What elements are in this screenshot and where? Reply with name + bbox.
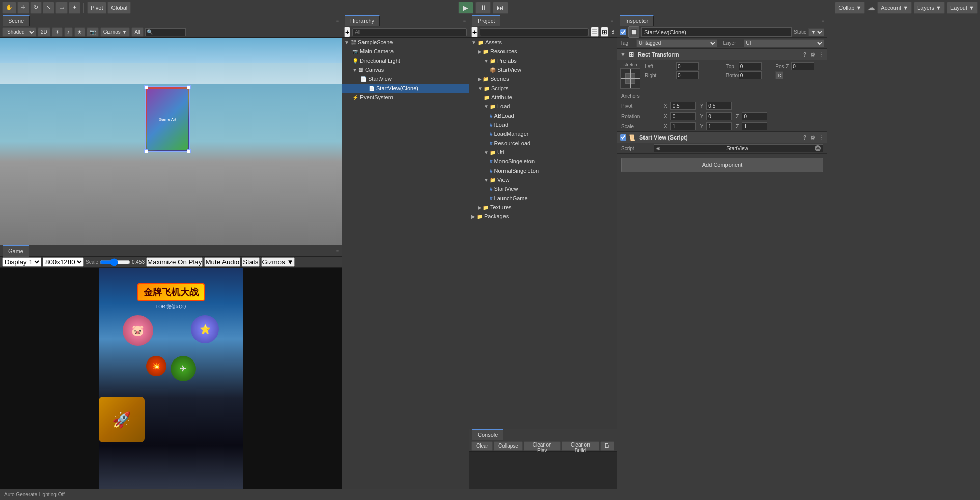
project-monosingeleton[interactable]: # MonoSingeleton (469, 157, 617, 166)
pause-btn[interactable]: ⏸ (475, 2, 491, 14)
right-input[interactable] (676, 71, 699, 79)
resolution-select[interactable]: 800x1280 (43, 257, 84, 267)
all-btn[interactable]: All (131, 27, 143, 37)
scale-y-input[interactable] (706, 122, 732, 130)
scale-z-input[interactable] (742, 122, 767, 130)
project-view[interactable]: ▼ 📁 View (469, 175, 617, 184)
scale-tool-btn[interactable]: ⤡ (43, 2, 54, 14)
project-load[interactable]: ▼ 📁 Load (469, 102, 617, 111)
static-select[interactable]: ▼ (808, 28, 824, 36)
script-overflow-btn[interactable]: ⋮ (819, 135, 824, 141)
clear-on-build-btn[interactable]: Clear on Build (562, 441, 599, 451)
add-component-btn[interactable]: Add Component (621, 158, 823, 172)
clear-on-play-btn[interactable]: Clear on Play (524, 441, 561, 451)
fx-btn[interactable]: ★ (74, 27, 85, 37)
project-resourceload[interactable]: # ResourceLoad (469, 138, 617, 148)
project-launchgame[interactable]: # LaunchGame (469, 193, 617, 203)
object-name-field[interactable] (641, 27, 792, 37)
project-scripts[interactable]: ▼ 📁 Scripts (469, 84, 617, 93)
rt-settings-btn[interactable]: ⚙ (810, 52, 815, 58)
script-active-checkbox[interactable] (620, 134, 626, 141)
gizmos-btn[interactable]: Gizmos ▼ (100, 27, 130, 37)
rect-transform-header[interactable]: ▼ ⊞ Rect Transform ? ⚙ ⋮ (617, 49, 827, 60)
layer-select[interactable]: UI (744, 39, 825, 47)
scene-search[interactable]: 🔍 (145, 28, 186, 36)
project-abload[interactable]: # ABLoad (469, 111, 617, 120)
script-section-header[interactable]: 📜 Start View (Script) ? ⚙ ⋮ (617, 132, 827, 143)
rt-overflow-btn[interactable]: ⋮ (819, 52, 824, 58)
tree-item-startviewclone[interactable]: 📄 StartView(Clone) (342, 84, 469, 93)
scene-cam-btn[interactable]: 📷 (87, 27, 99, 37)
project-scenes[interactable]: ▶ 📁 Scenes (469, 74, 617, 84)
script-select-btn[interactable]: ◎ (815, 145, 821, 151)
hand-tool-btn[interactable]: ✋ (2, 2, 16, 14)
script-settings-btn[interactable]: ⚙ (810, 135, 815, 141)
rect-tool-btn[interactable]: ▭ (55, 2, 68, 14)
project-startview-script[interactable]: # StartView (469, 184, 617, 193)
tag-select[interactable]: Untagged (636, 39, 717, 47)
project-prefabs[interactable]: ▼ 📁 Prefabs (469, 56, 617, 65)
posz-input[interactable] (791, 62, 814, 70)
global-btn[interactable]: Global (107, 2, 131, 14)
rotate-tool-btn[interactable]: ↻ (30, 2, 42, 14)
project-packages[interactable]: ▶ 📁 Packages (469, 212, 617, 221)
tree-item-startview[interactable]: 📄 StartView (342, 74, 469, 84)
project-textures[interactable]: ▶ 📁 Textures (469, 203, 617, 212)
step-btn[interactable]: ⏭ (493, 2, 508, 14)
stats-btn[interactable]: Stats (242, 257, 259, 267)
tree-item-directionallight[interactable]: 💡 Directional Light (342, 56, 469, 65)
project-filter-btn[interactable]: ☰ (591, 27, 599, 37)
rot-x-input[interactable] (670, 112, 696, 120)
project-view-btn[interactable]: ⊞ (601, 27, 608, 37)
shaded-select[interactable]: Shaded (2, 27, 36, 37)
project-resources[interactable]: ▶ 📁 Resources (469, 47, 617, 56)
tree-item-canvas[interactable]: ▼ 🖼 Canvas (342, 65, 469, 74)
layout-btn[interactable]: Layout ▼ (947, 2, 978, 14)
account-btn[interactable]: Account ▼ (877, 2, 912, 14)
object-active-checkbox[interactable] (620, 29, 626, 35)
left-input[interactable] (676, 62, 699, 70)
light-btn[interactable]: ☀ (52, 27, 63, 37)
scene-selected-object[interactable]: Game Art (145, 86, 190, 152)
play-btn[interactable]: ▶ (458, 2, 473, 14)
pivot-y-input[interactable] (706, 102, 732, 110)
scale-slider[interactable] (100, 259, 130, 265)
anchor-grid[interactable] (620, 68, 640, 89)
project-tab[interactable]: Project (472, 15, 500, 26)
clear-btn[interactable]: Clear (471, 441, 493, 451)
scene-tab[interactable]: Scene (3, 15, 30, 26)
game-tab[interactable]: Game (3, 245, 29, 257)
display-select[interactable]: Display 1 (2, 257, 41, 267)
hierarchy-search[interactable] (352, 28, 467, 36)
inspector-tab[interactable]: Inspector (620, 15, 654, 26)
move-tool-btn[interactable]: ✛ (17, 2, 29, 14)
2d-btn[interactable]: 2D (38, 27, 50, 37)
project-add-btn[interactable]: + (471, 27, 478, 37)
reset-btn[interactable]: R (775, 71, 783, 79)
mute-audio-btn[interactable]: Mute Audio (204, 257, 240, 267)
tree-item-eventsystem[interactable]: ⚡ EventSystem (342, 93, 469, 102)
rot-y-input[interactable] (706, 112, 732, 120)
collapse-btn[interactable]: Collapse (494, 441, 523, 451)
project-normalsingeleton[interactable]: # NormalSingeleton (469, 166, 617, 175)
handle-br[interactable] (187, 149, 191, 153)
tree-item-maincamera[interactable]: 📷 Main Camera (342, 47, 469, 56)
project-loadmanager[interactable]: # LoadManager (469, 129, 617, 138)
hierarchy-add-btn[interactable]: + (344, 27, 350, 37)
hierarchy-tab[interactable]: Hierarchy (345, 15, 380, 26)
script-info-btn[interactable]: ? (803, 135, 806, 141)
handle-bl[interactable] (144, 149, 148, 153)
project-assets[interactable]: ▼ 📁 Assets (469, 38, 617, 47)
transform-tool-btn[interactable]: ✦ (69, 2, 80, 14)
project-startview-asset[interactable]: 📦 StartView (469, 65, 617, 74)
console-tab[interactable]: Console (472, 429, 503, 440)
project-util[interactable]: ▼ 📁 Util (469, 148, 617, 157)
scale-x-input[interactable] (670, 122, 696, 130)
audio-btn[interactable]: ♪ (64, 27, 73, 37)
project-attribute[interactable]: 📁 Attribute (469, 93, 617, 102)
game-gizmos-btn[interactable]: Gizmos ▼ (261, 257, 295, 267)
maximize-on-play-btn[interactable]: Maximize On Play (146, 257, 203, 267)
tree-item-samplescene[interactable]: ▼ 🎬 SampleScene (342, 38, 469, 47)
layers-btn[interactable]: Layers ▼ (914, 2, 945, 14)
bottom-input[interactable] (739, 71, 762, 79)
